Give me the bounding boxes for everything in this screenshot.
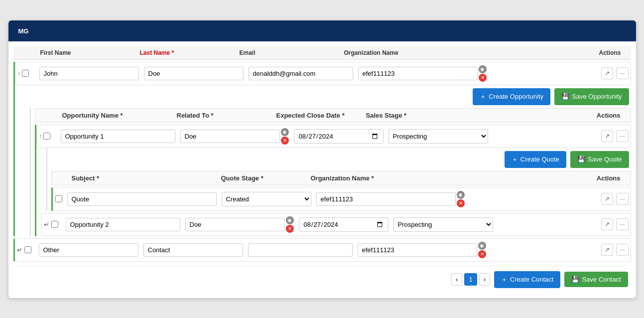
opp1-related-icons: ◉ ✕ bbox=[281, 128, 289, 145]
opp1-radio-icon[interactable]: ◉ bbox=[281, 128, 289, 136]
col-opp-name-header: Opportunity Name * bbox=[62, 112, 177, 119]
quote-org-clear-icon[interactable]: ✕ bbox=[457, 199, 465, 207]
content-area: First Name Last Name * Email Organizatio… bbox=[8, 41, 636, 298]
other-row: ↵ ◉ ✕ ↗ ··· bbox=[13, 238, 631, 262]
prev-page-btn[interactable]: ‹ bbox=[451, 273, 462, 286]
save-contact-btn[interactable]: 💾 Save Contact bbox=[564, 272, 628, 287]
app-title: MG bbox=[18, 27, 29, 35]
col-opp-actions-header: Actions bbox=[466, 112, 626, 119]
opportunity2-data-row: ↵ ◉ ✕ Prospectin bbox=[41, 213, 631, 236]
contact-org-radio-icon[interactable]: ◉ bbox=[479, 65, 487, 73]
opp1-close-date-input[interactable] bbox=[294, 129, 384, 144]
col-related-header: Related To * bbox=[177, 112, 276, 119]
opp1-checkbox[interactable] bbox=[43, 133, 50, 140]
col-subject-header: Subject * bbox=[72, 174, 221, 182]
col-header-email: Email bbox=[240, 49, 344, 56]
other-row-actions: ↗ ··· bbox=[601, 244, 628, 256]
contact-checkbox[interactable] bbox=[22, 70, 29, 77]
quote-data-row: Created Delivered On Hold Confirmed ◉ bbox=[53, 187, 631, 211]
pagination: ‹ 1 › bbox=[451, 273, 490, 286]
save-contact-icon: 💾 bbox=[571, 276, 579, 283]
contact-org-input[interactable] bbox=[358, 67, 478, 80]
quote-export-btn[interactable]: ↗ bbox=[601, 193, 613, 205]
opp2-close-date-input[interactable] bbox=[299, 217, 388, 232]
col-quote-org-header: Organization Name * bbox=[311, 174, 450, 182]
save-opp-icon: 💾 bbox=[561, 93, 569, 100]
save-quote-btn[interactable]: 💾 Save Quote bbox=[570, 151, 629, 168]
opportunity-action-bar: ＋ Create Opportunity 💾 Save Opportunity bbox=[15, 85, 631, 108]
bottom-bar: ‹ 1 › ＋ Create Contact 💾 Save Contact bbox=[13, 266, 631, 293]
col-header-org: Organization Name bbox=[344, 49, 464, 56]
other-org-radio-icon[interactable]: ◉ bbox=[478, 242, 486, 250]
quote-action-bar: ＋ Create Quote 💾 Save Quote bbox=[51, 148, 631, 171]
opp2-controls: ↵ bbox=[44, 221, 64, 228]
opp1-name-input[interactable] bbox=[61, 130, 175, 143]
next-page-btn[interactable]: › bbox=[479, 273, 490, 286]
other-org-input[interactable] bbox=[358, 243, 477, 257]
contact-email-input[interactable] bbox=[249, 67, 353, 80]
opp2-stage-select[interactable]: Prospecting Qualification bbox=[393, 217, 493, 232]
opp2-actions: ↗ ··· bbox=[601, 218, 628, 230]
contact-row-container: ↑ ◉ ✕ ↗ ··· bbox=[13, 62, 631, 236]
contact-org-icons: ◉ ✕ bbox=[479, 65, 487, 82]
quote-checkbox[interactable] bbox=[55, 195, 62, 202]
quote-more-btn[interactable]: ··· bbox=[616, 193, 628, 205]
opportunity1-data-row: ↑ ◉ ✕ Prospectin bbox=[36, 125, 631, 148]
other-first-name-input[interactable] bbox=[39, 243, 138, 257]
opp2-export-btn[interactable]: ↗ bbox=[601, 218, 613, 230]
quote-row-container: Created Delivered On Hold Confirmed ◉ bbox=[51, 187, 631, 211]
create-quote-icon: ＋ bbox=[512, 155, 518, 164]
col-header-last-name: Last Name * bbox=[140, 49, 240, 56]
contact-org-clear-icon[interactable]: ✕ bbox=[479, 74, 487, 82]
opp1-more-btn[interactable]: ··· bbox=[616, 130, 628, 142]
opp2-clear-icon[interactable]: ✕ bbox=[286, 225, 294, 233]
other-email-input[interactable] bbox=[248, 243, 353, 257]
col-header-first-name: First Name bbox=[40, 49, 140, 56]
save-quote-icon: 💾 bbox=[577, 156, 585, 163]
opp1-related-input[interactable] bbox=[180, 130, 280, 143]
contact-table-headers: First Name Last Name * Email Organizatio… bbox=[13, 46, 631, 60]
opp2-checkbox[interactable] bbox=[51, 221, 58, 228]
create-quote-btn[interactable]: ＋ Create Quote bbox=[505, 151, 566, 168]
opp1-clear-icon[interactable]: ✕ bbox=[281, 137, 289, 145]
col-quote-stage-header: Quote Stage * bbox=[221, 174, 311, 182]
page-1-btn[interactable]: 1 bbox=[464, 273, 477, 286]
contact-row-controls: ↑ bbox=[17, 70, 37, 77]
opp2-related-icons: ◉ ✕ bbox=[286, 216, 294, 233]
opp1-export-btn[interactable]: ↗ bbox=[601, 130, 613, 142]
opp2-indent-icon: ↵ bbox=[44, 221, 49, 228]
opp2-name-input[interactable] bbox=[66, 218, 180, 231]
other-indent-icon: ↵ bbox=[17, 246, 22, 254]
contact-up-arrow[interactable]: ↑ bbox=[17, 70, 21, 77]
save-opportunity-btn[interactable]: 💾 Save Opportunity bbox=[554, 88, 629, 105]
opportunity1-row-container: ↑ ◉ ✕ Prospectin bbox=[35, 125, 631, 236]
opp1-up-arrow[interactable]: ↑ bbox=[39, 133, 43, 140]
other-export-btn[interactable]: ↗ bbox=[601, 244, 613, 256]
quote-org-icons: ◉ ✕ bbox=[457, 191, 465, 207]
contact-more-btn[interactable]: ··· bbox=[616, 67, 628, 79]
main-container: MG First Name Last Name * Email Organiza… bbox=[8, 20, 636, 298]
other-row-controls: ↵ bbox=[17, 246, 37, 254]
contact-export-btn[interactable]: ↗ bbox=[601, 67, 613, 79]
quote-subject-input[interactable] bbox=[67, 192, 217, 206]
app-header: MG bbox=[8, 20, 636, 41]
quote-stage-select[interactable]: Created Delivered On Hold Confirmed bbox=[222, 192, 311, 206]
quote-org-input[interactable] bbox=[316, 192, 456, 206]
contact-first-name-input[interactable] bbox=[39, 67, 139, 80]
opp2-more-btn[interactable]: ··· bbox=[616, 218, 628, 230]
col-header-actions: Actions bbox=[464, 49, 626, 56]
other-last-name-input[interactable] bbox=[143, 243, 243, 257]
opp2-radio-icon[interactable]: ◉ bbox=[286, 216, 294, 224]
opp1-stage-select[interactable]: Prospecting Qualification Needs Analysis… bbox=[388, 129, 488, 144]
other-more-btn[interactable]: ··· bbox=[616, 244, 628, 256]
other-checkbox[interactable] bbox=[24, 246, 31, 253]
quote-actions: ↗ ··· bbox=[601, 193, 628, 205]
quote-org-radio-icon[interactable]: ◉ bbox=[457, 191, 465, 199]
other-org-clear-icon[interactable]: ✕ bbox=[478, 250, 486, 258]
opp2-related-input[interactable] bbox=[185, 218, 285, 231]
create-opportunity-btn[interactable]: ＋ Create Opportunity bbox=[473, 88, 550, 105]
create-contact-btn[interactable]: ＋ Create Contact bbox=[494, 271, 560, 288]
create-opp-icon: ＋ bbox=[480, 92, 486, 101]
contact-last-name-input[interactable] bbox=[144, 67, 244, 80]
col-quote-actions-header: Actions bbox=[450, 174, 626, 182]
